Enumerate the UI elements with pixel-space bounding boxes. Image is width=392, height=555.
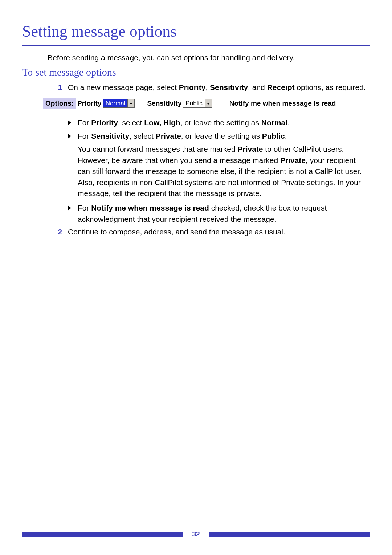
chevron-down-icon [127,99,134,107]
triangle-bullet-icon [68,205,71,211]
bullet-priority: For Priority, select Low, High, or leave… [68,117,370,128]
notify-label: Notify me when message is read [229,99,336,107]
step-body: Continue to compose, address, and send t… [68,227,370,237]
intro-text: Before sending a message, you can set op… [48,53,370,62]
document-page: Setting message options Before sending a… [0,0,392,555]
page-title: Setting message options [22,22,370,41]
notify-checkbox[interactable] [221,101,226,106]
triangle-bullet-icon [68,134,71,139]
footer-bar-left [22,532,183,537]
priority-dropdown[interactable]: Normal [103,99,135,108]
bullet-sensitivity: For Sensitivity, select Private, or leav… [68,131,370,142]
footer-bar-right [209,532,370,537]
title-rule [22,45,370,46]
sensitivity-label: Sensitivity [146,99,183,107]
step-number: 1 [48,82,68,93]
step-number: 2 [48,227,68,237]
options-toolbar: Options: Priority Normal Sensitivity Pub… [43,98,370,109]
sensitivity-value: Public [183,100,204,107]
priority-value: Normal [103,100,128,107]
chevron-down-icon [205,99,212,107]
sensitivity-note: You cannot forward messages that are mar… [78,144,370,199]
step-1: 1 On a new message page, select Priority… [48,82,370,93]
triangle-bullet-icon [68,120,71,125]
priority-label: Priority [76,99,103,107]
page-number: 32 [183,530,209,538]
section-heading: To set message options [22,66,370,78]
options-label: Options: [43,98,76,109]
sensitivity-dropdown[interactable]: Public [183,99,212,108]
bullet-notify: For Notify me when message is read check… [68,203,370,225]
page-footer: 32 [22,530,370,538]
step-body: On a new message page, select Priority, … [68,82,370,93]
step-2: 2 Continue to compose, address, and send… [48,227,370,237]
